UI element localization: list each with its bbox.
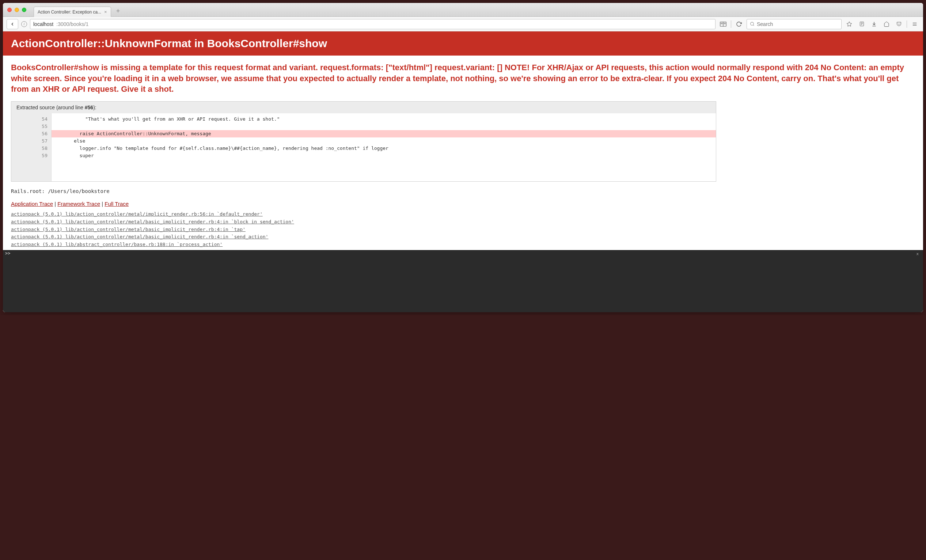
error-header: ActionController::UnknownFormat in Books… [3,32,923,56]
line-number: 55 [15,123,47,130]
trace-line[interactable]: actionpack (5.0.1) lib/action_controller… [11,233,915,241]
trace-line[interactable]: actionpack (5.0.1) lib/action_controller… [11,226,915,233]
error-title: ActionController::UnknownFormat in Books… [11,37,915,50]
code-line: raise ActionController::UnknownFormat, m… [51,130,716,138]
extracted-source-title: Extracted source (around line #56): [11,101,716,114]
error-message: BooksController#show is missing a templa… [11,62,915,95]
address-bar[interactable]: localhost:3000/books/1 [30,19,716,29]
code-line: "That's what you'll get from an XHR or A… [51,115,716,123]
tab-strip: Action Controller: Exception ca... × + [33,3,123,17]
source-title-suffix: ): [93,104,97,110]
browser-toolbar: i localhost:3000/books/1 [3,17,923,32]
source-highlight-line: #56 [85,104,93,110]
reload-icon[interactable] [734,20,744,29]
toolbar-right-icons [844,20,919,29]
framework-trace-link[interactable]: Framework Trace [57,201,100,207]
code-line [51,123,716,130]
svg-rect-9 [860,22,864,26]
line-number: 58 [15,145,47,152]
trace-tabs: Application Trace | Framework Trace | Fu… [11,201,915,207]
code-line: else [51,138,716,145]
line-number: 54 [15,115,47,123]
search-bar[interactable] [747,19,841,29]
trace-line[interactable]: actionpack (5.0.1) lib/abstract_controll… [11,241,915,248]
bookmark-star-icon[interactable] [844,20,854,29]
line-number: 59 [15,152,47,159]
browser-tab[interactable]: Action Controller: Exception ca... × [33,7,111,17]
code-line: logger.info "No template found for #{sel… [51,145,716,152]
trace-list: actionpack (5.0.1) lib/action_controller… [11,210,915,250]
maximize-window-button[interactable] [22,8,26,12]
line-number: 57 [15,138,47,145]
titlebar: Action Controller: Exception ca... × + [3,3,923,17]
divider [731,20,731,28]
search-input[interactable] [757,21,838,27]
source-code-table: 545556575859 "That's what you'll get fro… [11,114,716,181]
console-prompt: >> [5,251,10,256]
tab-title: Action Controller: Exception ca... [38,9,101,15]
new-tab-button[interactable]: + [113,6,123,17]
divider [906,20,907,28]
traffic-lights [7,8,26,12]
rails-root: Rails.root: /Users/leo/bookstore [11,188,915,194]
back-button[interactable] [7,19,18,29]
source-title-prefix: Extracted source (around line [17,104,85,110]
url-path: :3000/books/1 [56,21,88,27]
full-trace-link[interactable]: Full Trace [104,201,129,207]
browser-window: Action Controller: Exception ca... × + i… [3,3,923,312]
line-numbers: 545556575859 [11,114,51,181]
console-input[interactable] [12,251,914,256]
extracted-source-box: Extracted source (around line #56): 5455… [11,101,716,182]
svg-point-6 [750,22,754,26]
trace-line[interactable]: actionpack (5.0.1) lib/action_controller… [11,218,915,226]
library-icon[interactable] [857,20,867,29]
code-lines: "That's what you'll get from an XHR or A… [51,114,716,181]
download-icon[interactable] [869,20,879,29]
close-window-button[interactable] [7,8,12,12]
url-host: localhost [33,21,53,27]
pocket-icon[interactable] [894,20,904,29]
web-console: >> x [3,250,923,312]
close-tab-icon[interactable]: × [104,9,107,15]
site-info-icon[interactable]: i [21,21,27,27]
svg-marker-8 [847,21,852,26]
line-number: 56 [15,130,47,138]
home-icon[interactable] [882,20,891,29]
console-close-icon[interactable]: x [914,251,921,257]
application-trace-link[interactable]: Application Trace [11,201,53,207]
svg-line-7 [753,25,754,26]
error-body: BooksController#show is missing a templa… [3,56,923,250]
code-line: super [51,152,716,159]
trace-line[interactable]: actionpack (5.0.1) lib/action_controller… [11,210,915,218]
reader-mode-icon[interactable] [719,20,728,29]
menu-icon[interactable] [910,20,919,29]
page-content: ActionController::UnknownFormat in Books… [3,32,923,312]
minimize-window-button[interactable] [15,8,19,12]
